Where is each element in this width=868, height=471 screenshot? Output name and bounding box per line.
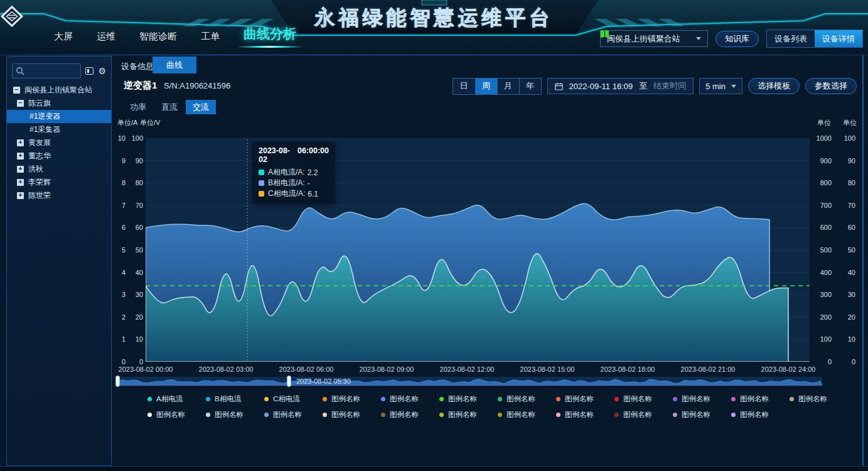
legend-item[interactable]: 图例名称	[556, 394, 614, 404]
knowledge-base-button[interactable]: 知识库	[715, 31, 759, 47]
date-range-picker[interactable]: 2022-09-11 16:09 至 结束时间	[547, 78, 694, 94]
choose-template-button[interactable]: 选择模板	[748, 78, 800, 94]
legend-item[interactable]: 图例名称	[614, 410, 673, 420]
legend-label: 图例名称	[623, 394, 652, 404]
scrubber-handle-left[interactable]	[115, 376, 120, 387]
measure-tab-2[interactable]: 直流	[154, 100, 185, 114]
tab-curve[interactable]: 曲线	[153, 57, 196, 73]
legend-dot	[556, 397, 560, 401]
tooltip-series-value: -	[308, 179, 310, 188]
period-日[interactable]: 日	[453, 78, 475, 94]
axis-tick: 9	[117, 157, 126, 165]
legend-item[interactable]: 图例名称	[731, 410, 790, 420]
legend-item[interactable]: 图例名称	[264, 410, 323, 420]
expand-node-icon[interactable]: +	[17, 166, 24, 173]
legend-item[interactable]: 图例名称	[439, 394, 498, 404]
period-月[interactable]: 月	[497, 78, 519, 94]
legend-item[interactable]: 图例名称	[381, 410, 439, 420]
legend-item[interactable]: 图例名称	[323, 394, 381, 404]
legend-dot	[673, 397, 677, 401]
tree-item-7[interactable]: +洪秋	[7, 163, 111, 176]
device-list-button[interactable]: 设备列表	[767, 30, 815, 47]
legend-label: 图例名称	[682, 410, 710, 420]
legend-item[interactable]: 图例名称	[790, 394, 848, 404]
choose-params-button[interactable]: 参数选择	[805, 78, 857, 94]
axis-tick: 80	[130, 179, 143, 187]
station-select[interactable]: 闽侯县上街镇聚合站	[600, 30, 708, 47]
nav-item-3[interactable]: 智能诊断	[139, 31, 177, 45]
axis-tick: 0	[810, 358, 832, 365]
axis-tick: 10	[130, 335, 143, 343]
axis-tick: 60	[839, 224, 855, 231]
legend-item[interactable]: 图例名称	[673, 410, 731, 420]
expand-node-icon[interactable]: +	[17, 179, 24, 186]
legend-item[interactable]: 图例名称	[731, 394, 790, 404]
legend-label: 图例名称	[448, 410, 477, 420]
legend-item[interactable]: 图例名称	[498, 410, 556, 420]
axis-tick: 8	[117, 179, 126, 187]
expand-node-icon[interactable]: +	[17, 153, 24, 160]
tree-item-9[interactable]: +陈世荣	[7, 189, 111, 202]
search-icon	[16, 67, 25, 76]
x-axis-label: 2023-08-02 15:00	[513, 365, 582, 373]
tree-item-1[interactable]: −闽侯县上街镇聚合站	[7, 84, 111, 97]
axis-tick: 100	[839, 134, 855, 142]
axis-tick: 10	[839, 335, 855, 343]
device-view-toggle: 设备列表 设备详情	[766, 30, 863, 48]
collapse-node-icon[interactable]: −	[17, 100, 24, 107]
expand-node-icon[interactable]: +	[17, 192, 24, 199]
axis-title-current: 单位/A	[117, 118, 137, 127]
legend-item[interactable]: 图例名称	[498, 394, 556, 404]
legend-item[interactable]: 图例名称	[673, 394, 731, 404]
tree-item-3[interactable]: #1逆变器	[7, 110, 111, 123]
tree-item-6[interactable]: +董志华	[7, 149, 111, 163]
legend-item[interactable]: A相电流	[147, 394, 206, 404]
legend-item[interactable]: C相电流	[264, 394, 323, 404]
tree-item-2[interactable]: −陈云旗	[7, 97, 111, 110]
tree-item-4[interactable]: #1采集器	[7, 123, 111, 136]
period-button-group: 日周月年	[453, 78, 542, 95]
legend-label: 图例名称	[565, 410, 594, 420]
nav-item-4[interactable]: 工单	[201, 31, 220, 45]
collapse-node-icon[interactable]: −	[13, 87, 20, 94]
time-range-scrubber[interactable]	[117, 377, 822, 386]
legend-item[interactable]: 图例名称	[381, 394, 439, 404]
period-年[interactable]: 年	[519, 78, 541, 94]
tree-item-8[interactable]: +李荣辉	[7, 176, 111, 189]
legend-item[interactable]: 图例名称	[556, 410, 614, 420]
measure-tab-3[interactable]: 交流	[186, 100, 216, 114]
date-start-value: 2022-09-11 16:09	[569, 82, 633, 91]
period-周[interactable]: 周	[475, 78, 497, 94]
main-content: 设备信息 曲线 逆变器1 S/N:A1906241596 日周月年 2022-0…	[116, 55, 863, 471]
legend-item[interactable]: 图例名称	[206, 410, 264, 420]
legend-item[interactable]: 图例名称	[323, 410, 381, 420]
expand-node-icon[interactable]: +	[17, 139, 24, 146]
legend-item[interactable]: 图例名称	[439, 410, 498, 420]
nav-item-5[interactable]: 曲线分析	[244, 25, 296, 45]
scrubber-handle-right[interactable]	[287, 376, 291, 387]
x-axis-label: 2023-08-02 06:00	[272, 365, 341, 373]
chart-plot[interactable]	[146, 138, 810, 362]
interval-select[interactable]: 5 min	[699, 78, 742, 94]
legend-item[interactable]: 图例名称	[147, 410, 206, 420]
chevron-down-icon	[731, 85, 736, 88]
axis-tick: 70	[130, 202, 143, 209]
measure-tab-1[interactable]: 功率	[123, 100, 153, 114]
nav-item-1[interactable]: 大屏	[54, 31, 73, 45]
tree-item-5[interactable]: +黄发展	[7, 136, 111, 149]
legend-item[interactable]: B相电流	[206, 394, 264, 404]
device-detail-button[interactable]: 设备详情	[815, 30, 862, 47]
axis-tick: 1000	[810, 134, 832, 142]
collapse-panel-icon[interactable]	[85, 67, 94, 75]
axis-tick: 400	[810, 269, 832, 276]
tab-device-info[interactable]: 设备信息	[121, 61, 154, 72]
series-color-swatch	[259, 191, 264, 197]
gear-icon[interactable]: ⚙	[98, 66, 106, 76]
legend-label: A相电流	[156, 394, 183, 404]
legend-label: 图例名称	[390, 394, 419, 404]
series-color-swatch	[259, 180, 264, 186]
nav-item-2[interactable]: 运维	[97, 31, 115, 45]
search-input[interactable]	[26, 64, 79, 78]
legend-label: B相电流	[215, 394, 241, 404]
legend-item[interactable]: 图例名称	[614, 394, 673, 404]
